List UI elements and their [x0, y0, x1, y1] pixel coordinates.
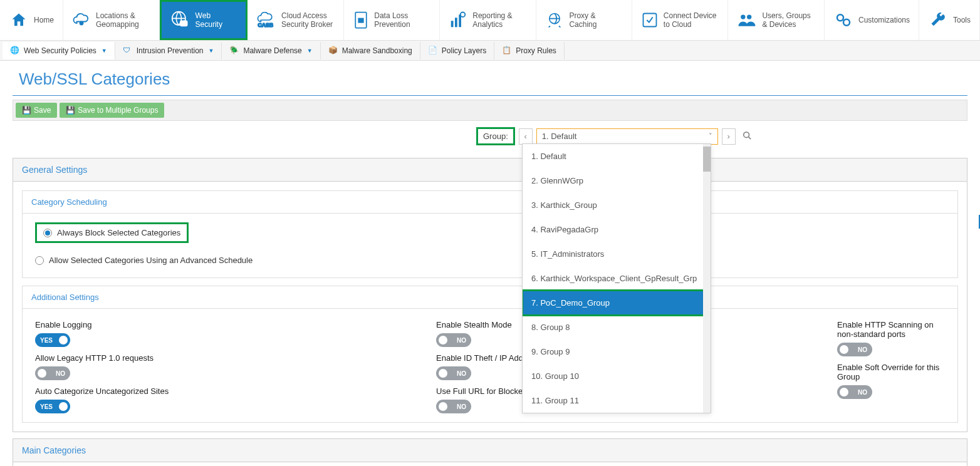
group-option[interactable]: 4. RaviPegadaGrp	[523, 217, 711, 242]
toggle[interactable]: YES	[35, 333, 70, 347]
setting-label: Enable HTTP Scanning on non-standard por…	[837, 320, 945, 339]
svg-point-14	[837, 14, 843, 21]
svg-rect-6	[451, 21, 454, 27]
save-multi-button[interactable]: 💾Save to Multiple Groups	[60, 103, 164, 118]
group-label: Group:	[476, 127, 515, 145]
nav-connect[interactable]: Connect Device to Cloud	[632, 0, 729, 40]
group-option[interactable]: 8. Group 8	[523, 315, 711, 339]
radio-checked-icon	[43, 229, 52, 237]
toggle[interactable]: NO	[837, 385, 872, 399]
subnav-intrusion[interactable]: 🛡 Intrusion Prevention ▼	[115, 42, 222, 60]
group-option[interactable]: 5. IT_Administrators	[523, 242, 711, 266]
group-selector-row: Group: ‹ 1. Default ˅ › ▴ 1. Default2. G…	[464, 121, 980, 152]
svg-rect-7	[455, 18, 457, 27]
group-select[interactable]: 1. Default ˅	[536, 128, 718, 145]
nav-users-label: Users, Groups & Devices	[762, 11, 815, 29]
group-option[interactable]: 9. Group 9	[523, 339, 711, 364]
setting-label: Allow Legacy HTTP 1.0 requests	[35, 353, 424, 363]
gears-icon	[833, 10, 853, 30]
group-option[interactable]: 2. GlennWGrp	[523, 168, 711, 193]
subnav-layers[interactable]: 📄 Policy Layers	[420, 42, 494, 60]
subnav-malware[interactable]: 🪲 Malware Defense ▼	[222, 42, 320, 60]
save-icon: 💾	[66, 106, 75, 115]
toggle[interactable]: NO	[837, 343, 872, 356]
toggle[interactable]: NO	[436, 333, 471, 347]
page-title: Web/SSL Categories	[0, 61, 980, 95]
group-option[interactable]: 6. Karthick_Workspace_Client_GpResult_Gr…	[523, 266, 711, 291]
globe-arrows-icon	[545, 10, 565, 30]
caret-down-icon: ▼	[208, 48, 214, 54]
casb-icon: CASB	[256, 10, 276, 30]
nav-casb-label: Cloud Access Security Broker	[281, 11, 335, 29]
general-settings-panel: General Settings Category Scheduling Alw…	[13, 158, 967, 432]
radio-allow-advanced[interactable]: Allow Selected Categories Using an Advan…	[35, 252, 945, 269]
nav-custom-label: Customizations	[858, 16, 910, 24]
category-scheduling-panel: Category Scheduling Always Block Selecte…	[22, 190, 958, 278]
svg-text:CASB: CASB	[258, 22, 273, 28]
chevron-down-icon: ˅	[709, 132, 712, 140]
save-bar: 💾Save 💾Save to Multiple Groups	[13, 100, 967, 121]
nav-home[interactable]: Home	[0, 0, 63, 40]
subnav-proxyrules-label: Proxy Rules	[516, 46, 556, 55]
group-option[interactable]: 11. Group 11	[523, 388, 711, 413]
setting-label: Enable Soft Override for this Group	[837, 363, 945, 381]
general-settings-header: General Settings	[13, 158, 967, 182]
nav-tools[interactable]: Tools	[919, 0, 980, 40]
nav-dlp-label: Data Loss Prevention	[374, 11, 430, 29]
nav-dlp[interactable]: Data Loss Prevention	[344, 0, 440, 40]
sandbox-icon: 📦	[328, 46, 338, 56]
nav-tools-label: Tools	[953, 16, 971, 24]
toggle[interactable]: NO	[35, 366, 70, 380]
nav-proxy[interactable]: Proxy & Caching	[536, 0, 632, 40]
group-prev-button[interactable]: ‹	[519, 128, 533, 145]
settings-col-3: Enable HTTP Scanning on non-standard por…	[837, 318, 945, 413]
nav-casb[interactable]: CASB Cloud Access Security Broker	[248, 0, 344, 40]
settings-col-1: Enable LoggingYESAllow Legacy HTTP 1.0 r…	[35, 318, 424, 413]
additional-header: Additional Settings	[23, 286, 957, 309]
globe-small-icon: 🌐	[10, 46, 20, 56]
nav-users[interactable]: Users, Groups & Devices	[728, 0, 825, 40]
caret-down-icon: ▼	[102, 48, 107, 54]
group-option[interactable]: 3. Karthick_Group	[523, 193, 711, 217]
radio-always-block[interactable]: Always Block Selected Categories	[35, 222, 189, 243]
caret-down-icon: ▼	[307, 48, 313, 54]
subnav-sandbox-label: Malware Sandboxing	[342, 46, 412, 55]
toggle[interactable]: NO	[436, 400, 471, 413]
nav-reporting-label: Reporting & Analytics	[472, 11, 527, 29]
nav-customizations[interactable]: Customizations	[825, 0, 919, 40]
group-option[interactable]: 7. PoC_Demo_Group	[523, 291, 711, 315]
wrench-icon	[928, 10, 948, 30]
nav-locations[interactable]: Locations & Geomapping	[63, 0, 160, 40]
toggle[interactable]: YES	[35, 400, 70, 413]
dropdown-scrollbar[interactable]: ▴	[703, 144, 711, 413]
cloud-pin-icon	[72, 10, 91, 30]
save-icon: 💾	[22, 106, 31, 115]
nav-web-security[interactable]: Web Security	[160, 0, 248, 40]
subnav-policies[interactable]: 🌐 Web Security Policies ▼	[3, 42, 115, 60]
group-next-button[interactable]: ›	[722, 128, 736, 145]
category-sched-header: Category Scheduling	[23, 191, 957, 214]
group-option[interactable]: 1. Default	[523, 144, 711, 168]
svg-point-15	[843, 19, 850, 26]
main-categories-header: Main Categories	[13, 439, 967, 462]
group-option[interactable]: 10. Group 10	[523, 364, 711, 388]
svg-point-16	[744, 132, 749, 138]
group-dropdown: ▴ 1. Default2. GlennWGrp3. Karthick_Grou…	[522, 143, 711, 413]
svg-rect-5	[358, 19, 363, 23]
subnav-sandbox[interactable]: 📦 Malware Sandboxing	[321, 42, 420, 60]
save-button[interactable]: 💾Save	[16, 103, 57, 118]
subnav-malware-label: Malware Defense	[243, 46, 301, 55]
radio-unchecked-icon	[35, 256, 44, 265]
group-search-button[interactable]	[739, 129, 754, 144]
subnav-proxyrules[interactable]: 📋 Proxy Rules	[494, 42, 565, 60]
toggle[interactable]: NO	[436, 366, 471, 380]
rules-icon: 📋	[502, 46, 512, 56]
nav-home-label: Home	[34, 16, 54, 24]
save-multi-label: Save to Multiple Groups	[78, 106, 158, 115]
nav-reporting[interactable]: Reporting & Analytics	[440, 0, 536, 40]
radio-allow-label: Allow Selected Categories Using an Advan…	[49, 256, 253, 265]
nav-proxy-label: Proxy & Caching	[569, 11, 622, 29]
nav-connect-label: Connect Device to Cloud	[664, 11, 719, 29]
subnav-layers-label: Policy Layers	[442, 46, 486, 55]
users-icon	[737, 10, 757, 30]
